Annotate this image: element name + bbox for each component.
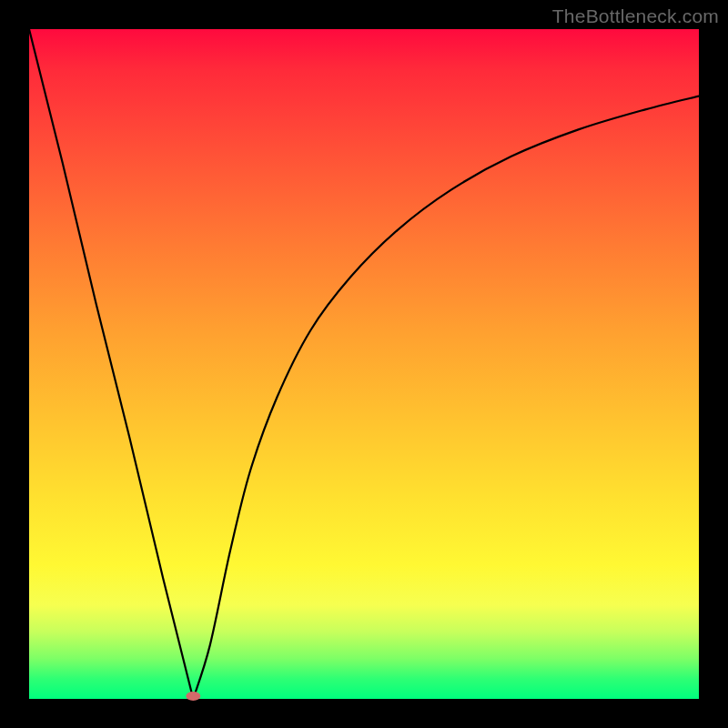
attribution-text: TheBottleneck.com [552, 5, 719, 27]
chart-frame: TheBottleneck.com [0, 0, 728, 728]
bottleneck-curve [29, 29, 699, 699]
curve-svg [29, 29, 699, 699]
plot-area [29, 29, 699, 699]
minimum-marker [186, 692, 200, 701]
